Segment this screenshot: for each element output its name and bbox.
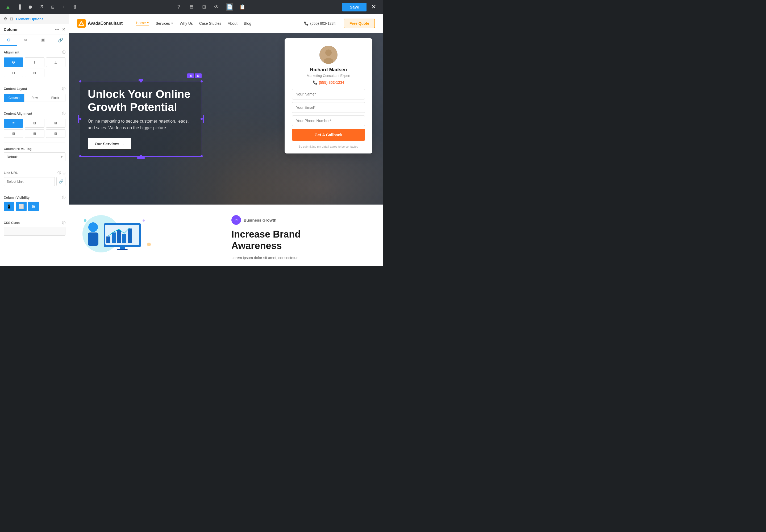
page-icon[interactable]: 📄 <box>226 3 233 11</box>
alignment-info-icon[interactable]: ⓘ <box>62 50 65 55</box>
tab-responsive[interactable]: ▣ <box>35 35 52 46</box>
nav-blog[interactable]: Blog <box>244 21 251 26</box>
gear-icon[interactable]: ⚙ <box>4 16 7 21</box>
hero-cta-button[interactable]: Our Services → <box>88 138 131 150</box>
card-phone-input[interactable] <box>292 115 365 126</box>
column-label[interactable]: ⊞ <box>187 73 194 78</box>
nav-about[interactable]: About <box>228 21 238 26</box>
tab-style[interactable]: ✏ <box>17 35 35 46</box>
align-g-3[interactable]: ⊞ <box>46 119 65 128</box>
svg-rect-13 <box>128 228 132 243</box>
help-icon[interactable]: ? <box>175 3 182 11</box>
business-badge: ⟳ Business Growth <box>231 215 372 225</box>
align-middle-left-btn[interactable]: ⊡ <box>4 69 23 77</box>
align-top-left-btn[interactable]: ⚙ <box>4 57 23 67</box>
visibility-desktop-btn[interactable]: 🖥 <box>28 202 39 211</box>
css-class-label: CSS Class ⓘ <box>4 221 65 225</box>
illustration-area <box>80 213 221 255</box>
nav-why-us[interactable]: Why Us <box>180 21 193 26</box>
align-g-4[interactable]: ⊟ <box>4 129 23 138</box>
preview-icon[interactable]: 👁 <box>213 3 220 11</box>
card-phone-icon: 📞 <box>313 80 317 85</box>
panel-header: ⚙ ⊟ Element Options <box>0 14 69 24</box>
layout-column-btn[interactable]: Column <box>4 94 24 102</box>
link-url-label: Link URL ⓘ ⊟ <box>4 171 65 175</box>
column-html-tag-select[interactable]: Default <box>4 152 65 161</box>
save-button[interactable]: Save <box>342 3 367 11</box>
link-chain-icon-btn[interactable]: 🔗 <box>56 177 65 186</box>
sidebar-toggle-icon[interactable]: ▐ <box>15 3 23 11</box>
align-top-center-btn[interactable]: ⊤ <box>25 57 44 67</box>
illustration-svg <box>80 213 154 255</box>
bottom-description: Lorem ipsum dolor sit amet, consectetur <box>231 255 372 261</box>
left-handle-bar <box>78 115 79 123</box>
card-name-input[interactable] <box>292 89 365 99</box>
history-icon[interactable]: ⏱ <box>38 3 45 11</box>
align-g-6[interactable]: ⊡ <box>46 129 65 138</box>
element-options-label: Element Options <box>16 17 43 21</box>
left-panel: ⚙ ⊟ Element Options Column ••• ✕ ⚙ ✏ ▣ 🔗… <box>0 14 69 266</box>
column-html-tag-group: Column HTML Tag Default ▼ <box>4 147 65 161</box>
svg-point-19 <box>147 243 151 246</box>
align-g-5[interactable]: ⊞ <box>25 129 44 138</box>
delete-icon[interactable]: 🗑 <box>71 3 79 11</box>
row-label[interactable]: ⊟ <box>195 73 202 78</box>
content-layout-section: Content Layout ⓘ Column Row Block <box>4 86 65 102</box>
card-form: Get A Callback By submitting my data I a… <box>292 89 365 148</box>
floating-card: Richard Madsen Marketing Consultant Expe… <box>285 38 372 153</box>
desktop-icon[interactable]: 🖥 <box>188 3 195 11</box>
close-button[interactable]: ✕ <box>369 2 379 11</box>
nav-case-studies[interactable]: Case Studies <box>199 21 221 26</box>
nav-services[interactable]: Services ▼ <box>156 21 173 26</box>
svg-rect-14 <box>120 247 125 249</box>
free-quote-button[interactable]: Free Quote <box>344 19 375 28</box>
layout-block-btn[interactable]: Block <box>45 94 65 102</box>
badge-icon: ⟳ <box>231 215 241 225</box>
visibility-info-icon[interactable]: ⓘ <box>62 195 65 200</box>
card-phone: 📞 (555) 802-1234 <box>292 80 365 85</box>
align-top-right-btn[interactable]: ⊥ <box>46 57 65 67</box>
content-layout-info-icon[interactable]: ⓘ <box>62 86 65 91</box>
template-icon[interactable]: 📋 <box>239 3 246 11</box>
visibility-mobile-btn[interactable]: 📱 <box>4 202 14 211</box>
site-nav: Home ▼ Services ▼ Why Us Case Studies Ab… <box>136 21 296 26</box>
bottom-title: Increase BrandAwareness <box>231 228 372 251</box>
align-middle-center-btn[interactable]: ⊠ <box>25 69 44 77</box>
card-phone-number: (555) 802-1234 <box>319 80 344 85</box>
align-g-1[interactable]: ≡ <box>4 119 23 128</box>
more-options-icon[interactable]: ••• <box>55 27 59 32</box>
handle-tl <box>79 80 81 82</box>
layout-icon[interactable]: ⊞ <box>200 3 208 11</box>
link-url-group: Link URL ⓘ ⊟ 🔗 <box>4 171 65 186</box>
content-alignment-grid: ≡ ⊟ ⊞ ⊟ ⊞ ⊡ <box>4 119 65 138</box>
link-info-icon[interactable]: ⓘ <box>57 171 61 175</box>
badge-symbol: ⟳ <box>235 218 238 223</box>
visibility-tablet-btn[interactable]: ⬜ <box>16 202 27 211</box>
hero-text-box[interactable]: ⊞ ⊟ Unlock Your Online Growth Potential … <box>80 81 202 157</box>
phone-icon: 📞 <box>304 21 309 26</box>
align-g-2[interactable]: ⊟ <box>25 119 44 128</box>
layers-icon[interactable]: ⬣ <box>27 3 34 11</box>
panel-body: Alignment ⓘ ⚙ ⊤ ⊥ ⊡ ⊠ Content Layout ⓘ C… <box>0 46 69 266</box>
toolbar-left: ▲ ▐ ⬣ ⏱ ⊞ + 🗑 <box>4 3 79 11</box>
callback-button[interactable]: Get A Callback <box>292 129 365 141</box>
site-header: AvadaConsultant Home ▼ Services ▼ Why Us… <box>69 14 383 33</box>
nav-home[interactable]: Home ▼ <box>136 21 149 26</box>
link-url-input[interactable] <box>4 177 55 186</box>
tab-general[interactable]: ⚙ <box>0 35 17 46</box>
sliders-icon[interactable]: ⊟ <box>10 16 13 21</box>
settings-icon[interactable]: ⊞ <box>49 3 56 11</box>
close-panel-icon[interactable]: ✕ <box>62 27 65 32</box>
tab-link[interactable]: 🔗 <box>52 35 69 46</box>
link-drag-icon[interactable]: ⊟ <box>63 171 65 175</box>
layout-row-btn[interactable]: Row <box>24 94 45 102</box>
content-alignment-info-icon[interactable]: ⓘ <box>62 111 65 116</box>
css-class-input[interactable] <box>4 227 65 236</box>
card-email-input[interactable] <box>292 102 365 113</box>
right-handle-bar <box>203 115 204 123</box>
bottom-section: ⟳ Business Growth Increase BrandAwarenes… <box>69 205 383 266</box>
alignment-label: Alignment ⓘ <box>4 50 65 55</box>
css-class-info-icon[interactable]: ⓘ <box>62 221 65 225</box>
avada-logo-icon[interactable]: ▲ <box>4 3 12 11</box>
add-icon[interactable]: + <box>60 3 68 11</box>
